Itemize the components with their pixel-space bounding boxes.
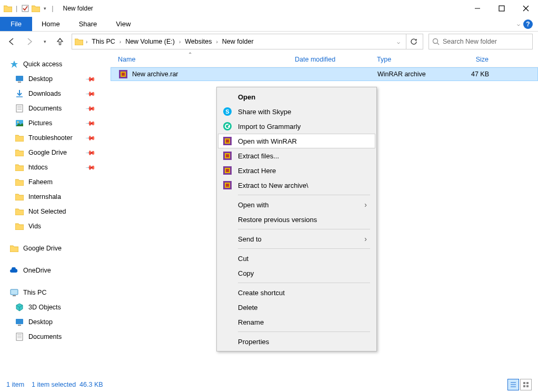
svg-point-29	[223, 122, 232, 130]
up-button[interactable]	[54, 35, 66, 48]
breadcrumb-item[interactable]: New folder	[220, 38, 256, 45]
sidebar-label: Not Selected	[28, 208, 66, 215]
ctx-skype[interactable]: SShare with Skype	[218, 104, 375, 119]
sidebar-item-folder[interactable]: Troubleshooter📌	[0, 130, 105, 145]
svg-line-6	[437, 43, 440, 45]
context-menu: Open SShare with Skype Import to Grammar…	[216, 87, 377, 351]
folder-icon	[9, 244, 19, 253]
col-date[interactable]: Date modified	[295, 56, 377, 63]
sidebar-item-desktop[interactable]: Desktop📌	[0, 72, 105, 86]
breadcrumb-item[interactable]: New Volume (E:)	[123, 38, 177, 45]
sidebar-label: Google Drive	[28, 149, 67, 156]
pin-icon: 📌	[85, 162, 96, 173]
sidebar-item-quick-access[interactable]: Quick access	[0, 57, 105, 72]
sidebar-item-onedrive[interactable]: OneDrive	[0, 263, 105, 278]
svg-rect-19	[18, 325, 21, 326]
chevron-right-icon[interactable]: ›	[85, 39, 88, 45]
sidebar-item-folder[interactable]: Vids	[0, 219, 105, 234]
sidebar-label: Internshala	[28, 193, 61, 200]
breadcrumb-item[interactable]: This PC	[89, 38, 117, 45]
sidebar-item-googledrive[interactable]: Google Drive	[0, 241, 105, 256]
folder-icon[interactable]	[31, 4, 41, 13]
tab-file[interactable]: File	[0, 17, 32, 31]
pin-icon: 📌	[85, 88, 96, 99]
svg-rect-41	[226, 184, 229, 187]
sidebar-item-folder[interactable]: htdocs📌	[0, 160, 105, 175]
sidebar-item-desktop2[interactable]: Desktop	[0, 315, 105, 329]
forward-button[interactable]	[23, 35, 36, 48]
sidebar-item-documents2[interactable]: Documents	[0, 329, 105, 344]
folder-icon	[15, 163, 24, 172]
sidebar-label: htdocs	[28, 164, 48, 171]
svg-rect-7	[16, 76, 23, 81]
ctx-open[interactable]: Open	[218, 89, 375, 104]
chevron-right-icon[interactable]: ›	[178, 39, 182, 45]
svg-rect-20	[16, 333, 23, 340]
refresh-button[interactable]	[406, 34, 421, 49]
sidebar-label: Faheem	[28, 178, 53, 186]
title-separator: |	[48, 5, 56, 12]
separator	[238, 195, 370, 195]
separator	[238, 283, 370, 283]
col-size[interactable]: Size	[454, 56, 501, 63]
folder-icon	[3, 4, 13, 13]
view-icons-button[interactable]	[520, 379, 532, 390]
checkbox-checked-icon[interactable]	[21, 4, 30, 13]
ctx-delete[interactable]: Delete	[218, 300, 375, 315]
help-icon[interactable]: ?	[523, 19, 533, 29]
tab-home[interactable]: Home	[32, 17, 69, 31]
svg-rect-47	[523, 385, 525, 387]
address-dropdown-icon[interactable]: ⌵	[391, 34, 406, 49]
address-bar[interactable]: › This PC › New Volume (E:) › Websites ›…	[72, 34, 423, 49]
ctx-shortcut[interactable]: Create shortcut	[218, 285, 375, 300]
col-name[interactable]: Name⌃	[111, 56, 295, 63]
tab-view[interactable]: View	[106, 17, 140, 31]
chevron-right-icon[interactable]: ›	[118, 39, 122, 45]
sidebar-item-folder[interactable]: Internshala	[0, 189, 105, 204]
sidebar-item-downloads[interactable]: Downloads📌	[0, 86, 105, 101]
sidebar-item-folder[interactable]: Faheem	[0, 175, 105, 189]
svg-rect-35	[226, 154, 229, 157]
recent-dropdown[interactable]: ▾	[41, 35, 48, 48]
folder-icon	[15, 177, 24, 187]
sidebar-item-documents[interactable]: Documents📌	[0, 101, 105, 116]
col-type[interactable]: Type	[377, 56, 454, 63]
ctx-open-with[interactable]: Open with›	[218, 197, 375, 212]
minimize-button[interactable]	[465, 0, 490, 17]
ctx-rename[interactable]: Rename	[218, 315, 375, 329]
ribbon-expand-icon[interactable]: ⌵	[517, 21, 520, 27]
sidebar-label: Pictures	[28, 119, 52, 127]
sidebar-item-thispc[interactable]: This PC	[0, 285, 105, 300]
chevron-right-icon: ›	[364, 200, 367, 209]
file-row[interactable]: New archive.rar WinRAR archive 47 KB	[111, 67, 538, 81]
ctx-extract-files[interactable]: Extract files...	[218, 148, 375, 163]
separator	[238, 331, 370, 332]
tab-share[interactable]: Share	[69, 17, 107, 31]
maximize-button[interactable]	[490, 0, 514, 17]
ctx-properties[interactable]: Properties	[218, 334, 375, 349]
breadcrumb-item[interactable]: Websites	[183, 38, 214, 45]
search-input[interactable]: Search New folder	[429, 34, 533, 49]
ctx-open-winrar[interactable]: Open with WinRAR	[218, 134, 375, 148]
sidebar-item-folder[interactable]: Google Drive📌	[0, 145, 105, 160]
sidebar-label: Downloads	[28, 90, 61, 97]
view-details-button[interactable]	[507, 379, 519, 390]
svg-rect-45	[523, 382, 525, 384]
chevron-right-icon[interactable]: ›	[215, 39, 218, 45]
ctx-extract-here[interactable]: Extract Here	[218, 163, 375, 178]
sidebar-item-folder[interactable]: Not Selected	[0, 204, 105, 219]
back-button[interactable]	[5, 35, 18, 48]
svg-rect-18	[16, 319, 23, 324]
qat-dropdown-icon[interactable]: ▾	[42, 6, 48, 11]
ctx-send-to[interactable]: Send to›	[218, 232, 375, 246]
sidebar-item-3dobjects[interactable]: 3D Objects	[0, 300, 105, 315]
ctx-extract-to[interactable]: Extract to New archive\	[218, 178, 375, 193]
ctx-restore[interactable]: Restore previous versions	[218, 212, 375, 227]
ctx-copy[interactable]: Copy	[218, 266, 375, 280]
svg-rect-17	[13, 295, 16, 296]
desktop-icon	[15, 74, 24, 84]
ctx-cut[interactable]: Cut	[218, 251, 375, 266]
sidebar-item-pictures[interactable]: Pictures📌	[0, 116, 105, 130]
ctx-grammarly[interactable]: Import to Grammarly	[218, 119, 375, 134]
close-button[interactable]	[514, 0, 538, 17]
